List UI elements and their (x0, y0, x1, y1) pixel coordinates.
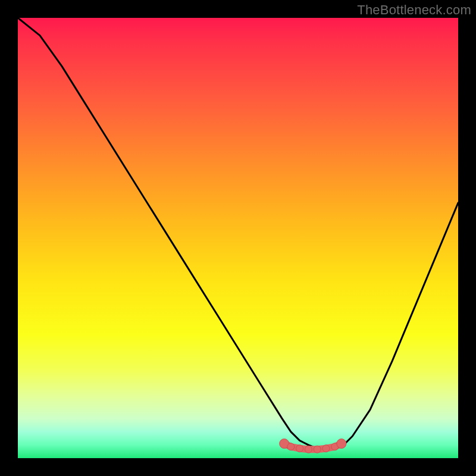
optimal-range-marker (314, 446, 321, 453)
optimal-range-markers (280, 439, 346, 453)
optimal-range-marker (296, 445, 303, 452)
optimal-range-marker (305, 446, 312, 453)
optimal-range-marker (287, 443, 295, 450)
optimal-range-marker (337, 439, 346, 449)
bottleneck-curve-line (18, 18, 458, 449)
chart-svg (18, 18, 458, 458)
chart-plot-area (18, 18, 458, 458)
watermark-text: TheBottleneck.com (357, 2, 471, 18)
optimal-range-marker (322, 445, 330, 452)
chart-frame: TheBottleneck.com (0, 0, 476, 476)
